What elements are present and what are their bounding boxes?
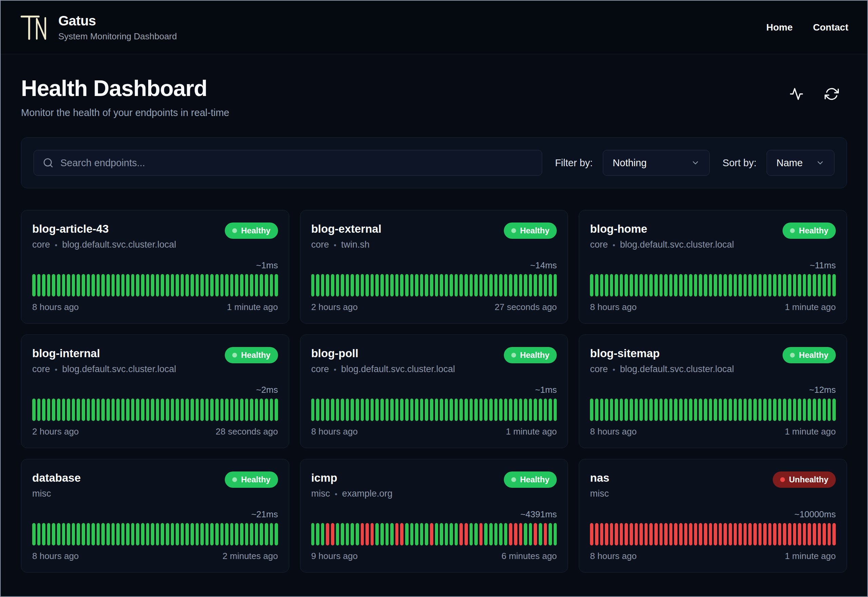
uptime-bar-fail[interactable]: [366, 523, 369, 545]
uptime-bar-ok[interactable]: [445, 274, 448, 297]
uptime-bar-ok[interactable]: [341, 399, 344, 421]
uptime-bar-ok[interactable]: [97, 523, 100, 545]
uptime-bar-ok[interactable]: [600, 274, 604, 297]
uptime-bar-ok[interactable]: [445, 523, 448, 545]
uptime-bar-ok[interactable]: [336, 523, 339, 545]
uptime-bar-ok[interactable]: [524, 399, 527, 421]
uptime-bar-ok[interactable]: [822, 399, 826, 421]
uptime-bar-ok[interactable]: [684, 274, 687, 297]
uptime-bar-ok[interactable]: [176, 274, 179, 297]
uptime-bar-ok[interactable]: [176, 523, 179, 545]
uptime-bar-ok[interactable]: [270, 399, 273, 421]
uptime-bar-ok[interactable]: [590, 399, 593, 421]
uptime-bar-ok[interactable]: [763, 399, 767, 421]
uptime-bar-ok[interactable]: [52, 399, 55, 421]
nav-contact[interactable]: Contact: [813, 22, 848, 33]
uptime-bar-ok[interactable]: [161, 399, 164, 421]
uptime-bars[interactable]: [311, 399, 557, 421]
uptime-bar-fail[interactable]: [655, 523, 658, 545]
uptime-bar-ok[interactable]: [225, 399, 228, 421]
uptime-bar-fail[interactable]: [395, 523, 399, 545]
uptime-bar-ok[interactable]: [415, 399, 418, 421]
uptime-bar-fail[interactable]: [509, 523, 513, 545]
uptime-bar-ok[interactable]: [529, 274, 532, 297]
uptime-bar-ok[interactable]: [625, 399, 628, 421]
uptime-bar-ok[interactable]: [92, 399, 95, 421]
uptime-bar-ok[interactable]: [450, 399, 453, 421]
uptime-bar-fail[interactable]: [659, 523, 663, 545]
uptime-bar-ok[interactable]: [176, 399, 179, 421]
uptime-bar-ok[interactable]: [655, 274, 658, 297]
uptime-bar-ok[interactable]: [121, 399, 125, 421]
uptime-bar-ok[interactable]: [265, 523, 268, 545]
uptime-bar-ok[interactable]: [470, 523, 473, 545]
uptime-bar-fail[interactable]: [664, 523, 668, 545]
uptime-bar-ok[interactable]: [355, 399, 359, 421]
uptime-bar-ok[interactable]: [758, 274, 762, 297]
uptime-bar-ok[interactable]: [72, 274, 75, 297]
uptime-bar-ok[interactable]: [484, 523, 487, 545]
uptime-bar-ok[interactable]: [260, 399, 263, 421]
uptime-bar-ok[interactable]: [32, 274, 36, 297]
uptime-bar-ok[interactable]: [311, 523, 315, 545]
uptime-bar-ok[interactable]: [240, 399, 243, 421]
uptime-bar-fail[interactable]: [544, 523, 547, 545]
uptime-bar-ok[interactable]: [161, 274, 164, 297]
uptime-bar-ok[interactable]: [151, 399, 154, 421]
uptime-bars[interactable]: [590, 523, 836, 545]
endpoint-card[interactable]: blog-article-43 core blog.default.svc.cl…: [21, 210, 289, 324]
uptime-bar-ok[interactable]: [615, 274, 618, 297]
endpoint-card[interactable]: icmp misc example.org Healthy ~4391ms 9 …: [300, 459, 568, 573]
uptime-bar-ok[interactable]: [215, 523, 219, 545]
uptime-bar-ok[interactable]: [640, 399, 643, 421]
uptime-bar-fail[interactable]: [625, 523, 628, 545]
uptime-bar-ok[interactable]: [116, 399, 120, 421]
uptime-bar-ok[interactable]: [206, 399, 209, 421]
uptime-bar-ok[interactable]: [635, 274, 638, 297]
uptime-bar-ok[interactable]: [524, 274, 527, 297]
uptime-bar-ok[interactable]: [499, 274, 502, 297]
uptime-bar-ok[interactable]: [111, 399, 115, 421]
filter-select[interactable]: Nothing: [603, 150, 710, 176]
uptime-bar-fail[interactable]: [753, 523, 757, 545]
uptime-bar-ok[interactable]: [77, 523, 80, 545]
uptime-bar-ok[interactable]: [719, 274, 722, 297]
uptime-bar-ok[interactable]: [225, 274, 228, 297]
uptime-bar-fail[interactable]: [798, 523, 801, 545]
endpoint-card[interactable]: blog-sitemap core blog.default.svc.clust…: [579, 334, 847, 448]
uptime-bar-ok[interactable]: [62, 274, 65, 297]
uptime-bar-ok[interactable]: [808, 399, 811, 421]
uptime-bar-ok[interactable]: [42, 399, 46, 421]
uptime-bar-ok[interactable]: [544, 274, 547, 297]
uptime-bar-ok[interactable]: [77, 274, 80, 297]
uptime-bar-ok[interactable]: [82, 274, 85, 297]
uptime-bar-ok[interactable]: [375, 399, 379, 421]
uptime-bar-fail[interactable]: [788, 523, 791, 545]
uptime-bar-fail[interactable]: [630, 523, 633, 545]
uptime-bar-ok[interactable]: [459, 399, 463, 421]
uptime-bar-ok[interactable]: [400, 274, 403, 297]
uptime-bar-ok[interactable]: [489, 523, 493, 545]
uptime-bar-ok[interactable]: [250, 274, 253, 297]
uptime-bar-ok[interactable]: [474, 523, 478, 545]
uptime-bar-ok[interactable]: [375, 274, 379, 297]
uptime-bar-fail[interactable]: [768, 523, 772, 545]
uptime-bar-ok[interactable]: [788, 399, 791, 421]
uptime-bar-ok[interactable]: [474, 274, 478, 297]
uptime-bar-ok[interactable]: [311, 274, 315, 297]
uptime-bar-ok[interactable]: [62, 523, 65, 545]
uptime-bar-ok[interactable]: [67, 399, 70, 421]
uptime-bar-ok[interactable]: [47, 399, 50, 421]
uptime-bar-fail[interactable]: [361, 523, 364, 545]
uptime-bar-ok[interactable]: [514, 399, 517, 421]
uptime-bar-ok[interactable]: [435, 274, 438, 297]
uptime-bar-ok[interactable]: [87, 399, 90, 421]
uptime-bar-ok[interactable]: [107, 523, 110, 545]
uptime-bars[interactable]: [32, 523, 278, 545]
uptime-bar-ok[interactable]: [709, 399, 712, 421]
uptime-bar-ok[interactable]: [484, 274, 487, 297]
uptime-bar-ok[interactable]: [166, 399, 169, 421]
uptime-bar-ok[interactable]: [225, 523, 228, 545]
uptime-bar-ok[interactable]: [255, 523, 258, 545]
nav-home[interactable]: Home: [766, 22, 793, 33]
